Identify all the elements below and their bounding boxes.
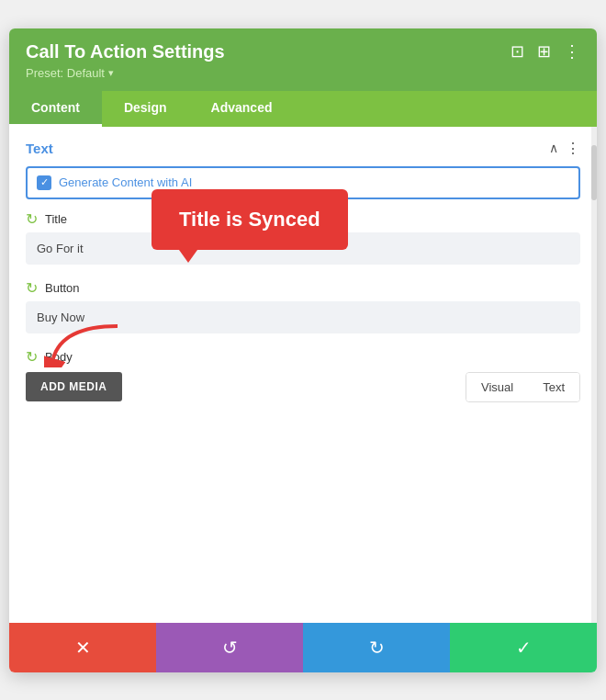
- ai-label: Generate Content with AI: [59, 175, 192, 189]
- redo-button[interactable]: ↻: [303, 623, 450, 672]
- tab-design[interactable]: Design: [102, 91, 189, 127]
- collapse-icon[interactable]: ∧: [549, 141, 558, 155]
- body-toolbar: ADD MEDIA Visual Text: [26, 372, 580, 402]
- section-menu-icon[interactable]: ⋮: [566, 140, 580, 157]
- add-media-button[interactable]: ADD MEDIA: [26, 372, 122, 401]
- header-icons: ⊡ ⊞ ⋮: [511, 41, 580, 62]
- settings-panel: Call To Action Settings ⊡ ⊞ ⋮ Preset: De…: [9, 28, 597, 672]
- tab-advanced[interactable]: Advanced: [189, 91, 295, 127]
- tab-content[interactable]: Content: [9, 91, 102, 127]
- frame-icon[interactable]: ⊡: [511, 41, 524, 62]
- body-field-row: ↻ Body ADD MEDIA Visual Text: [26, 350, 580, 402]
- button-field-row: ↻ Button: [26, 281, 580, 333]
- preset-arrow: ▾: [108, 67, 114, 79]
- visual-toggle-button[interactable]: Visual: [466, 373, 528, 401]
- section-header-right: ∧ ⋮: [549, 140, 580, 157]
- ai-checkbox[interactable]: [37, 175, 51, 190]
- body-sync-icon: ↻: [26, 350, 38, 365]
- body-label: Body: [45, 350, 73, 364]
- cancel-button[interactable]: ✕: [9, 623, 156, 672]
- more-icon[interactable]: ⋮: [564, 41, 580, 62]
- undo-button[interactable]: ↺: [156, 623, 303, 672]
- text-toggle-button[interactable]: Text: [528, 373, 579, 401]
- button-label: Button: [45, 281, 80, 295]
- save-button[interactable]: ✓: [450, 623, 597, 672]
- panel-title: Call To Action Settings: [26, 41, 225, 62]
- text-section-header: Text ∧ ⋮: [26, 140, 580, 157]
- panel-header: Call To Action Settings ⊡ ⊞ ⋮ Preset: De…: [9, 28, 597, 91]
- title-sync-icon: ↻: [26, 212, 38, 227]
- scrollbar-track: [591, 127, 597, 623]
- scrollbar-thumb[interactable]: [591, 145, 597, 200]
- editor-toggle: Visual Text: [466, 372, 580, 402]
- content-area: Text ∧ ⋮ Generate Content with AI ↻ Titl…: [9, 127, 597, 623]
- title-label: Title: [45, 212, 67, 226]
- tabs-bar: Content Design Advanced: [9, 91, 597, 127]
- button-sync-icon: ↻: [26, 281, 38, 296]
- section-title: Text: [26, 141, 53, 156]
- preset-label[interactable]: Preset: Default ▾: [26, 66, 580, 80]
- columns-icon[interactable]: ⊞: [537, 41, 551, 62]
- panel-footer: ✕ ↺ ↻ ✓: [9, 623, 597, 672]
- button-input[interactable]: [26, 301, 580, 333]
- tooltip-popup: Title is Synced: [152, 189, 348, 250]
